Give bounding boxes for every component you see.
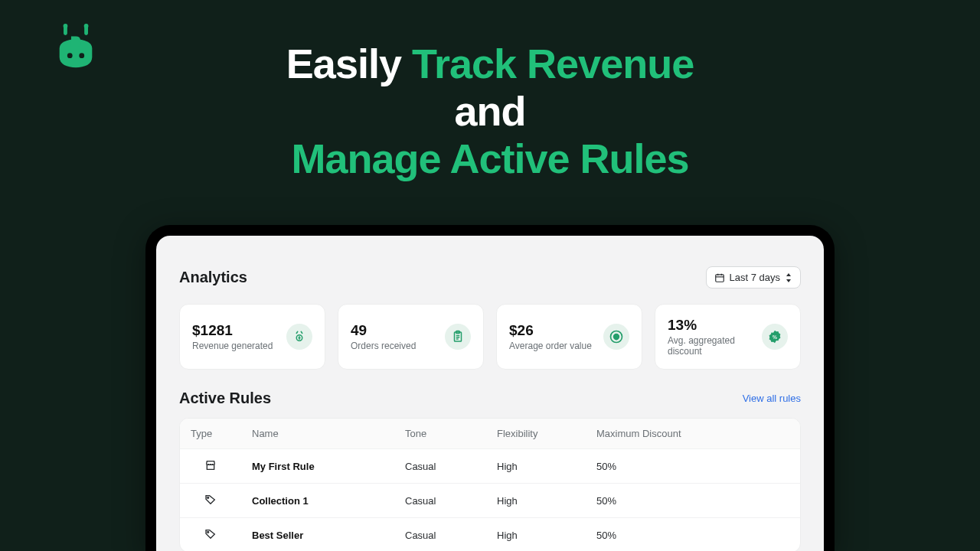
svg-point-22 xyxy=(207,531,209,533)
rule-max: 50% xyxy=(586,518,800,552)
rule-tone: Casual xyxy=(394,518,486,552)
rule-tone: Casual xyxy=(394,449,486,484)
table-row[interactable]: Best Seller Casual High 50% xyxy=(180,518,800,552)
rules-title: Active Rules xyxy=(179,390,271,407)
stat-value: 13% xyxy=(668,317,762,334)
stat-label: Orders received xyxy=(351,341,416,351)
stat-value: $26 xyxy=(509,322,592,339)
rule-flex: High xyxy=(486,518,586,552)
view-all-rules-link[interactable]: View all rules xyxy=(743,393,801,404)
rule-name: Collection 1 xyxy=(252,495,309,507)
app-screen: Analytics Last 7 days $1281 Revenue gene… xyxy=(156,236,824,551)
svg-point-1 xyxy=(64,24,68,28)
rule-flex: High xyxy=(486,449,586,484)
col-name: Name xyxy=(241,419,394,449)
rule-max: 50% xyxy=(586,449,800,484)
tablet-frame: Analytics Last 7 days $1281 Revenue gene… xyxy=(145,225,835,551)
stats-grid: $1281 Revenue generated 49 Orders receiv… xyxy=(179,304,801,370)
headline-part4: Manage Active Rules xyxy=(291,135,688,181)
stat-label: Average order value xyxy=(509,341,592,351)
date-range-select[interactable]: Last 7 days xyxy=(706,266,802,289)
svg-point-3 xyxy=(84,24,89,28)
stat-label: Avg. aggregated discount xyxy=(668,335,762,357)
svg-text:%: % xyxy=(773,334,777,340)
table-header-row: Type Name Tone Flexibility Maximum Disco… xyxy=(180,419,800,449)
stat-discount: 13% Avg. aggregated discount % xyxy=(655,304,801,370)
headline-part3: and xyxy=(454,88,525,134)
analytics-header: Analytics Last 7 days xyxy=(179,266,801,289)
table-row[interactable]: Collection 1 Casual High 50% xyxy=(180,484,800,518)
revenue-icon xyxy=(286,324,312,350)
col-tone: Tone xyxy=(394,419,486,449)
date-range-label: Last 7 days xyxy=(730,272,781,283)
rule-tone: Casual xyxy=(394,484,486,518)
col-flex: Flexibility xyxy=(486,419,586,449)
stat-value: $1281 xyxy=(192,322,273,339)
tag-icon xyxy=(204,493,217,507)
svg-rect-7 xyxy=(715,274,724,281)
rules-table: Type Name Tone Flexibility Maximum Disco… xyxy=(180,419,800,551)
percent-badge-icon: % xyxy=(762,324,788,350)
headline-part1: Easily xyxy=(286,41,412,86)
headline: Easily Track Revenue and Manage Active R… xyxy=(0,40,980,182)
store-icon xyxy=(204,458,217,472)
stat-orders: 49 Orders received xyxy=(338,304,484,370)
calendar-icon xyxy=(714,272,725,283)
svg-point-21 xyxy=(207,497,209,498)
rules-header: Active Rules View all rules xyxy=(179,390,801,407)
col-max: Maximum Discount xyxy=(586,419,800,449)
rule-max: 50% xyxy=(586,484,800,518)
stat-revenue: $1281 Revenue generated xyxy=(179,304,325,370)
analytics-title: Analytics xyxy=(179,269,247,286)
rule-name: Best Seller xyxy=(252,530,303,541)
headline-part2: Track Revenue xyxy=(412,41,694,86)
col-type: Type xyxy=(180,419,241,449)
stat-value: 49 xyxy=(351,322,416,339)
rule-flex: High xyxy=(486,484,586,518)
dollar-circle-icon: $ xyxy=(603,324,629,350)
stat-aov: $26 Average order value $ xyxy=(496,304,642,370)
rule-name: My First Rule xyxy=(252,461,315,472)
tag-icon xyxy=(204,527,217,541)
clipboard-icon xyxy=(445,324,471,350)
sort-icon xyxy=(785,273,792,282)
stat-label: Revenue generated xyxy=(192,341,273,351)
rules-table-card: Type Name Tone Flexibility Maximum Disco… xyxy=(179,418,801,551)
table-row[interactable]: My First Rule Casual High 50% xyxy=(180,449,800,484)
